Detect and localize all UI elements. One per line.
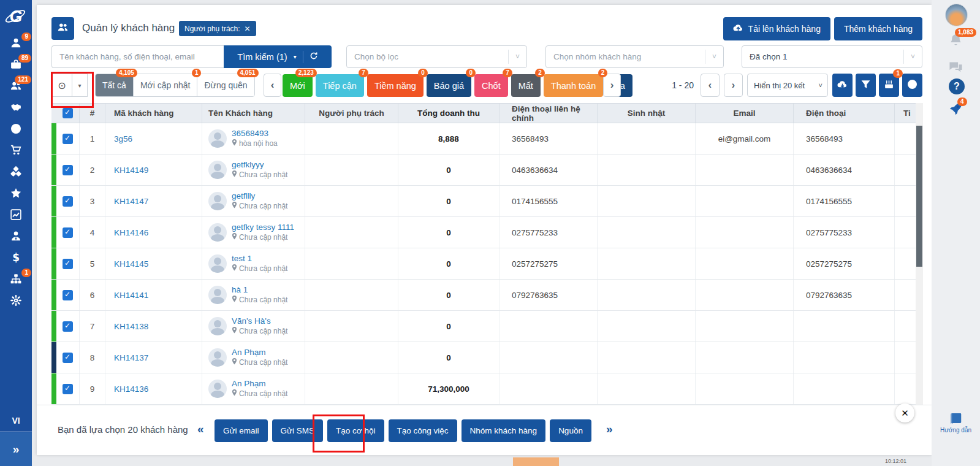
actions-scroll-left-button[interactable]: « bbox=[197, 422, 204, 436]
notifications-button[interactable]: 1,083 bbox=[932, 33, 980, 50]
row-checkbox[interactable] bbox=[63, 353, 73, 363]
view-mode-caret-button[interactable]: ▾ bbox=[72, 74, 88, 97]
row-checkbox[interactable] bbox=[63, 165, 73, 175]
row-checkbox[interactable] bbox=[63, 227, 73, 238]
customer-name-link[interactable]: getfky tessy 1111 bbox=[232, 223, 294, 232]
sidebar-item-favorites[interactable] bbox=[0, 183, 32, 205]
column-header[interactable]: Điện thoại liên hệ chính bbox=[499, 104, 598, 123]
customers-module-button[interactable] bbox=[51, 17, 74, 40]
tab-Thanh toán[interactable]: Thanh toán2 bbox=[544, 74, 603, 97]
view-mode-button[interactable]: ⊙ bbox=[51, 74, 72, 97]
sidebar-item-settings[interactable] bbox=[0, 291, 32, 312]
sidebar-expand-button[interactable]: » bbox=[0, 432, 32, 466]
chat-button[interactable] bbox=[932, 60, 980, 77]
filter-button[interactable] bbox=[856, 74, 876, 97]
column-header[interactable]: Sinh nhật bbox=[598, 104, 696, 123]
tab-Tiếp cận[interactable]: Tiếp cận7 bbox=[316, 74, 364, 97]
tab-Chốt[interactable]: Chốt7 bbox=[474, 74, 508, 97]
column-header[interactable]: Email bbox=[696, 104, 794, 123]
row-checkbox[interactable] bbox=[63, 321, 73, 332]
tab-Đừng quên[interactable]: Đừng quên4,051 bbox=[197, 74, 254, 96]
user-avatar[interactable] bbox=[945, 4, 968, 26]
actions-scroll-right-button[interactable]: » bbox=[606, 422, 613, 436]
page-prev-button[interactable]: ‹ bbox=[701, 74, 720, 97]
select-all-checkbox[interactable] bbox=[63, 108, 73, 118]
language-toggle[interactable]: VI bbox=[0, 416, 32, 426]
customer-name-link[interactable]: getfllly bbox=[232, 191, 287, 201]
column-header[interactable]: # bbox=[80, 104, 105, 123]
close-icon[interactable]: ✕ bbox=[245, 25, 251, 33]
customer-name-link[interactable]: test 1 bbox=[232, 254, 287, 264]
customer-name-link[interactable]: hà 1 bbox=[232, 285, 287, 295]
tab-Mới[interactable]: Mới2,123 bbox=[283, 74, 313, 97]
sidebar-item-work[interactable]: 89 bbox=[0, 55, 32, 76]
customer-name-link[interactable]: An Phạm bbox=[232, 348, 287, 357]
filter-select[interactable]: Chọn bộ lọc ˅ bbox=[346, 45, 527, 68]
tab-Báo giá[interactable]: Báo giá0 bbox=[427, 74, 471, 97]
column-header[interactable]: Tên Khách hàng bbox=[202, 104, 305, 123]
customer-code-link[interactable]: KH14146 bbox=[114, 228, 148, 237]
sidebar-item-targets[interactable] bbox=[0, 119, 32, 140]
close-selection-bar-button[interactable]: ✕ bbox=[895, 403, 914, 422]
sidebar-item-customers[interactable]: 9 bbox=[0, 33, 32, 55]
row-checkbox[interactable] bbox=[63, 134, 73, 144]
tab-Tiềm năng[interactable]: Tiềm năng0 bbox=[367, 74, 424, 97]
customer-group-select[interactable]: Chọn nhóm khách hàng ˅ bbox=[545, 45, 724, 68]
row-checkbox[interactable] bbox=[63, 384, 73, 394]
action-button-gửi-sms[interactable]: Gửi SMS bbox=[272, 419, 324, 442]
table-scrollbar[interactable] bbox=[916, 103, 923, 410]
action-button-tạo-cơ-hội[interactable]: Tạo cơ hội bbox=[327, 419, 384, 442]
row-checkbox[interactable] bbox=[63, 290, 73, 300]
row-checkbox[interactable] bbox=[63, 196, 73, 207]
sidebar-item-reports[interactable] bbox=[0, 205, 32, 226]
guide-button[interactable]: Hướng dẫn bbox=[932, 412, 980, 434]
column-header[interactable]: Tổng doanh thu bbox=[398, 104, 499, 123]
scrollbar-thumb[interactable] bbox=[916, 126, 922, 267]
customer-code-link[interactable]: KH14141 bbox=[114, 291, 148, 300]
history-button[interactable] bbox=[902, 74, 922, 97]
customer-code-link[interactable]: KH14149 bbox=[114, 166, 148, 175]
customer-code-link[interactable]: KH14145 bbox=[114, 259, 148, 269]
customer-name-link[interactable]: 36568493 bbox=[232, 129, 278, 139]
customer-code-link[interactable]: KH14137 bbox=[114, 353, 148, 362]
customer-name-link[interactable]: Văn's Hà's bbox=[232, 316, 287, 326]
customer-name-link[interactable]: An Phạm bbox=[232, 379, 287, 389]
row-checkbox[interactable] bbox=[63, 259, 73, 269]
tab-Tất cả[interactable]: Tất cả4,105 bbox=[96, 74, 134, 96]
export-button[interactable] bbox=[832, 74, 853, 97]
whats-new-button[interactable]: 4 bbox=[932, 101, 980, 118]
customer-name-link[interactable]: getfklyyy bbox=[232, 160, 287, 170]
birthday-button[interactable]: 1 bbox=[879, 74, 899, 97]
page-next-button[interactable]: › bbox=[724, 74, 743, 97]
customer-code-link[interactable]: KH14138 bbox=[114, 322, 148, 331]
add-customer-button[interactable]: Thêm khách hàng bbox=[834, 17, 922, 40]
upload-customers-button[interactable]: Tải lên khách hàng bbox=[723, 17, 830, 40]
sidebar-item-contacts[interactable]: 121 bbox=[0, 76, 32, 97]
tabs-scroll-right-button[interactable]: › bbox=[603, 74, 621, 97]
sidebar-item-finance[interactable]: $ bbox=[0, 248, 32, 269]
tabs-scroll-left-button[interactable]: ‹ bbox=[264, 74, 281, 97]
customer-code-link[interactable]: 3g56 bbox=[114, 134, 132, 143]
tab-Mới cập nhật[interactable]: Mới cập nhật1 bbox=[134, 74, 198, 96]
search-button[interactable]: Tìm kiếm (1) ▾ bbox=[224, 45, 332, 68]
sidebar-item-products[interactable] bbox=[0, 162, 32, 183]
action-button-nhóm-khách-hàng[interactable]: Nhóm khách hàng bbox=[462, 419, 546, 442]
sidebar-item-org[interactable]: 1 bbox=[0, 269, 32, 291]
action-button-tạo-công-việc[interactable]: Tạo công việc bbox=[389, 419, 457, 442]
column-header[interactable]: Mã khách hàng bbox=[105, 104, 202, 123]
help-button[interactable]: ? bbox=[949, 78, 965, 94]
sidebar-item-orders[interactable] bbox=[0, 140, 32, 162]
sidebar-item-hr[interactable] bbox=[0, 226, 32, 248]
owner-filter-chip[interactable]: Người phụ trách: ✕ bbox=[179, 21, 256, 36]
action-button-nguồn[interactable]: Nguồn bbox=[550, 419, 591, 442]
customer-code-link[interactable]: KH14136 bbox=[114, 384, 148, 394]
chosen-select[interactable]: Đã chọn 1 ˅ bbox=[742, 45, 922, 68]
column-header[interactable]: Điện thoại bbox=[794, 104, 895, 123]
action-button-gửi-email[interactable]: Gửi email bbox=[215, 419, 268, 442]
customer-code-link[interactable]: KH14147 bbox=[114, 197, 148, 206]
app-logo[interactable]: G bbox=[0, 0, 32, 33]
column-header[interactable]: Người phụ trách bbox=[305, 104, 398, 123]
search-input[interactable] bbox=[51, 45, 224, 68]
sidebar-item-deals[interactable] bbox=[0, 97, 32, 119]
tab-Mất[interactable]: Mất2 bbox=[511, 74, 541, 97]
